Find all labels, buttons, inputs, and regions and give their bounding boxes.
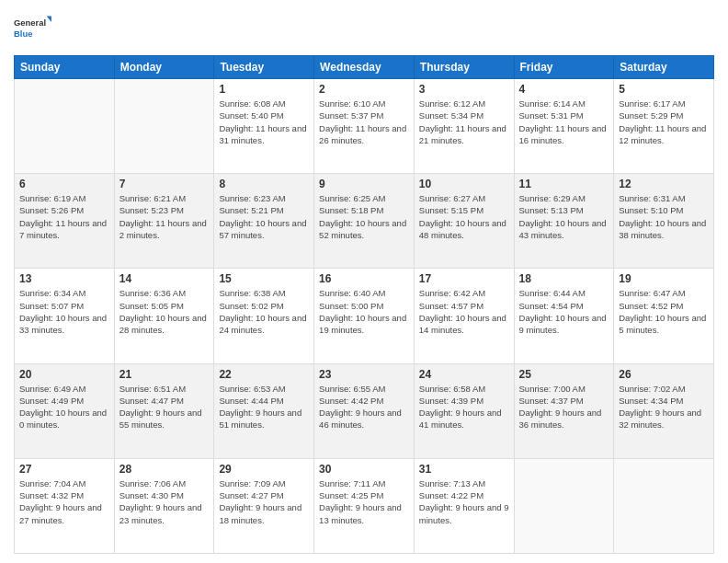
col-thursday: Thursday [414, 56, 514, 79]
calendar-day-cell: 31Sunrise: 7:13 AM Sunset: 4:22 PM Dayli… [414, 458, 514, 553]
day-info: Sunrise: 6:14 AM Sunset: 5:31 PM Dayligh… [519, 98, 609, 146]
day-number: 8 [219, 178, 309, 190]
day-info: Sunrise: 7:11 AM Sunset: 4:25 PM Dayligh… [319, 477, 409, 526]
day-info: Sunrise: 6:31 AM Sunset: 5:10 PM Dayligh… [619, 192, 709, 241]
calendar-day-cell: 28Sunrise: 7:06 AM Sunset: 4:30 PM Dayli… [114, 458, 214, 553]
col-sunday: Sunday [15, 56, 115, 79]
logo-svg: General Blue [14, 9, 52, 48]
day-number: 4 [519, 83, 609, 96]
calendar-day-cell: 20Sunrise: 6:49 AM Sunset: 4:49 PM Dayli… [15, 363, 115, 458]
page: General Blue Sunday Monday Tuesday Wedne… [0, 0, 728, 563]
calendar-day-cell: 3Sunrise: 6:12 AM Sunset: 5:34 PM Daylig… [414, 79, 514, 174]
day-number: 7 [119, 178, 210, 190]
calendar-day-cell: 5Sunrise: 6:17 AM Sunset: 5:29 PM Daylig… [614, 79, 714, 174]
day-number: 6 [19, 178, 109, 190]
day-info: Sunrise: 6:44 AM Sunset: 4:54 PM Dayligh… [519, 287, 609, 336]
day-number: 16 [319, 272, 409, 285]
calendar-week-row: 27Sunrise: 7:04 AM Sunset: 4:32 PM Dayli… [15, 458, 714, 553]
day-number: 2 [319, 83, 409, 96]
day-info: Sunrise: 7:04 AM Sunset: 4:32 PM Dayligh… [19, 477, 109, 526]
calendar-week-row: 20Sunrise: 6:49 AM Sunset: 4:49 PM Dayli… [15, 363, 714, 458]
calendar-day-cell: 12Sunrise: 6:31 AM Sunset: 5:10 PM Dayli… [614, 174, 714, 269]
calendar-week-row: 1Sunrise: 6:08 AM Sunset: 5:40 PM Daylig… [15, 79, 714, 174]
day-info: Sunrise: 6:40 AM Sunset: 5:00 PM Dayligh… [319, 287, 409, 336]
day-number: 15 [219, 272, 309, 285]
day-number: 25 [519, 368, 609, 381]
calendar-day-cell: 26Sunrise: 7:02 AM Sunset: 4:34 PM Dayli… [614, 363, 714, 458]
day-number: 18 [519, 272, 609, 285]
day-info: Sunrise: 6:53 AM Sunset: 4:44 PM Dayligh… [219, 383, 309, 431]
day-info: Sunrise: 6:36 AM Sunset: 5:05 PM Dayligh… [119, 287, 210, 336]
day-number: 9 [319, 178, 409, 190]
day-info: Sunrise: 6:19 AM Sunset: 5:26 PM Dayligh… [19, 192, 109, 241]
calendar-day-cell: 15Sunrise: 6:38 AM Sunset: 5:02 PM Dayli… [214, 269, 314, 363]
day-info: Sunrise: 6:29 AM Sunset: 5:13 PM Dayligh… [519, 192, 609, 241]
calendar-day-cell: 11Sunrise: 6:29 AM Sunset: 5:13 PM Dayli… [514, 174, 614, 269]
day-info: Sunrise: 7:06 AM Sunset: 4:30 PM Dayligh… [119, 477, 210, 526]
calendar-day-cell: 6Sunrise: 6:19 AM Sunset: 5:26 PM Daylig… [15, 174, 115, 269]
calendar-day-cell: 10Sunrise: 6:27 AM Sunset: 5:15 PM Dayli… [414, 174, 514, 269]
calendar-day-cell: 8Sunrise: 6:23 AM Sunset: 5:21 PM Daylig… [214, 174, 314, 269]
day-number: 23 [319, 368, 409, 381]
calendar-day-cell: 25Sunrise: 7:00 AM Sunset: 4:37 PM Dayli… [514, 363, 614, 458]
calendar-day-cell: 19Sunrise: 6:47 AM Sunset: 4:52 PM Dayli… [614, 269, 714, 363]
calendar-day-cell: 17Sunrise: 6:42 AM Sunset: 4:57 PM Dayli… [414, 269, 514, 363]
calendar-day-cell: 18Sunrise: 6:44 AM Sunset: 4:54 PM Dayli… [514, 269, 614, 363]
svg-text:Blue: Blue [14, 29, 32, 39]
day-number: 29 [219, 463, 309, 476]
day-info: Sunrise: 6:23 AM Sunset: 5:21 PM Dayligh… [219, 192, 309, 241]
calendar-day-cell: 13Sunrise: 6:34 AM Sunset: 5:07 PM Dayli… [15, 269, 115, 363]
day-info: Sunrise: 6:12 AM Sunset: 5:34 PM Dayligh… [419, 98, 509, 146]
day-number: 30 [319, 463, 409, 476]
day-number: 1 [219, 83, 309, 96]
header: General Blue [14, 9, 714, 48]
calendar-day-cell: 30Sunrise: 7:11 AM Sunset: 4:25 PM Dayli… [314, 458, 415, 553]
day-number: 27 [19, 463, 109, 476]
day-number: 26 [619, 368, 709, 381]
col-saturday: Saturday [614, 56, 714, 79]
calendar-day-cell: 22Sunrise: 6:53 AM Sunset: 4:44 PM Dayli… [214, 363, 314, 458]
day-number: 10 [419, 178, 509, 190]
day-info: Sunrise: 6:10 AM Sunset: 5:37 PM Dayligh… [319, 98, 409, 146]
day-number: 28 [119, 463, 210, 476]
calendar-day-cell [114, 79, 214, 174]
col-tuesday: Tuesday [214, 56, 314, 79]
calendar-day-cell [15, 79, 115, 174]
day-info: Sunrise: 6:27 AM Sunset: 5:15 PM Dayligh… [419, 192, 509, 241]
calendar-day-cell: 29Sunrise: 7:09 AM Sunset: 4:27 PM Dayli… [214, 458, 314, 553]
calendar-day-cell: 27Sunrise: 7:04 AM Sunset: 4:32 PM Dayli… [15, 458, 115, 553]
day-number: 21 [119, 368, 210, 381]
col-monday: Monday [114, 56, 214, 79]
day-info: Sunrise: 7:09 AM Sunset: 4:27 PM Dayligh… [219, 477, 309, 526]
day-number: 5 [619, 83, 709, 96]
day-number: 14 [119, 272, 210, 285]
calendar-day-cell: 1Sunrise: 6:08 AM Sunset: 5:40 PM Daylig… [214, 79, 314, 174]
day-info: Sunrise: 7:00 AM Sunset: 4:37 PM Dayligh… [519, 383, 609, 431]
calendar-day-cell: 2Sunrise: 6:10 AM Sunset: 5:37 PM Daylig… [314, 79, 415, 174]
calendar-header-row: Sunday Monday Tuesday Wednesday Thursday… [15, 56, 714, 79]
calendar-week-row: 6Sunrise: 6:19 AM Sunset: 5:26 PM Daylig… [15, 174, 714, 269]
day-info: Sunrise: 6:17 AM Sunset: 5:29 PM Dayligh… [619, 98, 709, 146]
day-info: Sunrise: 6:21 AM Sunset: 5:23 PM Dayligh… [119, 192, 210, 241]
logo: General Blue [14, 9, 52, 48]
day-info: Sunrise: 6:47 AM Sunset: 4:52 PM Dayligh… [619, 287, 709, 336]
calendar-day-cell: 14Sunrise: 6:36 AM Sunset: 5:05 PM Dayli… [114, 269, 214, 363]
day-number: 20 [19, 368, 109, 381]
day-number: 17 [419, 272, 509, 285]
day-info: Sunrise: 6:42 AM Sunset: 4:57 PM Dayligh… [419, 287, 509, 336]
day-number: 11 [519, 178, 609, 190]
day-info: Sunrise: 7:02 AM Sunset: 4:34 PM Dayligh… [619, 383, 709, 431]
calendar-day-cell: 9Sunrise: 6:25 AM Sunset: 5:18 PM Daylig… [314, 174, 415, 269]
calendar-day-cell [614, 458, 714, 553]
day-info: Sunrise: 6:58 AM Sunset: 4:39 PM Dayligh… [419, 383, 509, 431]
svg-text:General: General [14, 17, 46, 28]
svg-marker-2 [47, 17, 51, 22]
calendar-day-cell: 21Sunrise: 6:51 AM Sunset: 4:47 PM Dayli… [114, 363, 214, 458]
calendar-week-row: 13Sunrise: 6:34 AM Sunset: 5:07 PM Dayli… [15, 269, 714, 363]
day-number: 12 [619, 178, 709, 190]
day-info: Sunrise: 6:38 AM Sunset: 5:02 PM Dayligh… [219, 287, 309, 336]
day-info: Sunrise: 6:49 AM Sunset: 4:49 PM Dayligh… [19, 383, 109, 431]
day-info: Sunrise: 6:51 AM Sunset: 4:47 PM Dayligh… [119, 383, 210, 431]
calendar-day-cell: 4Sunrise: 6:14 AM Sunset: 5:31 PM Daylig… [514, 79, 614, 174]
day-number: 31 [419, 463, 509, 476]
